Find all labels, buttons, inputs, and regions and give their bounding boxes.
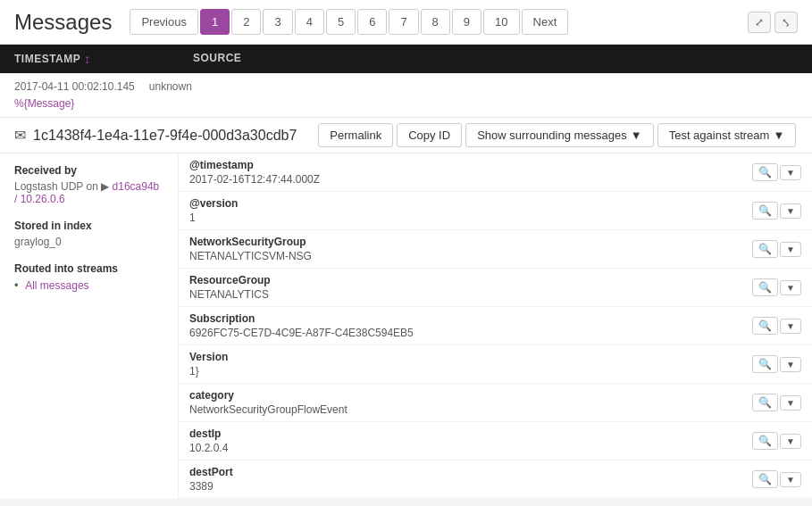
- field-value: 1: [189, 212, 745, 224]
- magnify-icon: 🔍: [758, 243, 772, 255]
- col-timestamp-header: Timestamp ↕: [14, 52, 193, 66]
- field-row: Subscription 6926FC75-CE7D-4C9E-A87F-C4E…: [179, 307, 812, 345]
- magnify-icon: 🔍: [758, 281, 772, 294]
- field-value: 6926FC75-CE7D-4C9E-A87F-C4E38C594EB5: [189, 327, 745, 339]
- magnify-icon: 🔍: [758, 473, 772, 485]
- contract-icon[interactable]: ⤣: [774, 12, 798, 33]
- field-name: category: [189, 389, 745, 402]
- stream-link[interactable]: All messages: [25, 279, 88, 292]
- pagination-page-2[interactable]: 2: [231, 9, 261, 35]
- sort-icon[interactable]: ↕: [84, 52, 91, 66]
- field-value: 1}: [189, 365, 745, 377]
- field-name: ResourceGroup: [189, 274, 745, 286]
- pagination-page-6[interactable]: 6: [357, 9, 387, 35]
- test-stream-chevron-icon: ▼: [773, 129, 784, 142]
- field-magnify-button[interactable]: 🔍: [752, 317, 778, 335]
- chevron-down-icon: ▼: [786, 168, 795, 178]
- col-source-header: source: [193, 52, 798, 66]
- field-content: destPort 3389: [189, 466, 745, 493]
- stored-value: graylog_0: [14, 236, 163, 248]
- bullet-icon: •: [14, 278, 19, 292]
- field-dropdown-button[interactable]: ▼: [780, 319, 801, 334]
- received-by-title: Received by: [14, 164, 163, 177]
- logstash-icon: ▶: [101, 180, 109, 193]
- field-actions: 🔍 ▼: [752, 159, 801, 186]
- chevron-down-icon: ▼: [786, 398, 795, 408]
- field-dropdown-button[interactable]: ▼: [780, 203, 801, 219]
- field-content: ResourceGroup NETANALYTICS: [189, 274, 745, 301]
- message-link[interactable]: %{Message}: [14, 97, 74, 110]
- magnify-icon: 🔍: [758, 204, 772, 217]
- detail-right: @timestamp 2017-02-16T12:47:44.000Z 🔍 ▼ …: [179, 153, 812, 499]
- test-stream-button[interactable]: Test against stream ▼: [657, 123, 797, 147]
- pagination-page-9[interactable]: 9: [452, 9, 481, 35]
- pagination-page-4[interactable]: 4: [295, 9, 324, 35]
- field-dropdown-button[interactable]: ▼: [780, 242, 801, 257]
- chevron-down-icon: ▼: [786, 206, 795, 216]
- pagination: Previous 1 2 3 4 5 6 7 8 9 10 Next: [130, 9, 568, 35]
- field-name: NetworkSecurityGroup: [189, 236, 745, 248]
- detail-left: Received by Logstash UDP on ▶ d16ca94b /…: [0, 153, 179, 499]
- surrounding-label: Show surrounding messages: [477, 129, 627, 142]
- pagination-page-5[interactable]: 5: [326, 9, 356, 35]
- magnify-icon: 🔍: [758, 166, 772, 178]
- field-dropdown-button[interactable]: ▼: [780, 434, 801, 449]
- stream-item: • All messages: [14, 278, 163, 292]
- pagination-page-8[interactable]: 8: [421, 9, 450, 35]
- field-name: @version: [189, 197, 745, 210]
- pagination-page-1[interactable]: 1: [200, 9, 230, 35]
- field-content: destIp 10.2.0.4: [189, 427, 745, 454]
- field-dropdown-button[interactable]: ▼: [780, 395, 801, 411]
- field-magnify-button[interactable]: 🔍: [752, 163, 778, 181]
- field-content: @timestamp 2017-02-16T12:47:44.000Z: [189, 159, 745, 186]
- field-content: Subscription 6926FC75-CE7D-4C9E-A87F-C4E…: [189, 312, 745, 339]
- field-dropdown-button[interactable]: ▼: [780, 357, 801, 372]
- field-actions: 🔍 ▼: [752, 236, 801, 262]
- field-magnify-button[interactable]: 🔍: [752, 355, 778, 373]
- field-magnify-button[interactable]: 🔍: [752, 240, 778, 258]
- field-magnify-button[interactable]: 🔍: [752, 470, 778, 488]
- chevron-down-icon: ▼: [786, 245, 795, 254]
- field-dropdown-button[interactable]: ▼: [780, 165, 801, 180]
- permalink-button[interactable]: Permalink: [318, 123, 393, 147]
- envelope-icon: ✉: [14, 127, 26, 144]
- received-by-value: Logstash UDP on ▶ d16ca94b / 10.26.0.6: [14, 180, 163, 205]
- pagination-previous[interactable]: Previous: [130, 9, 198, 35]
- field-dropdown-button[interactable]: ▼: [780, 280, 801, 295]
- window-controls: ⤢ ⤣: [748, 12, 798, 33]
- field-magnify-button[interactable]: 🔍: [752, 278, 778, 296]
- test-stream-label: Test against stream: [669, 129, 770, 142]
- field-row: destIp 10.2.0.4 🔍 ▼: [179, 422, 812, 460]
- expand-icon[interactable]: ⤢: [748, 12, 771, 33]
- field-name: destIp: [189, 427, 745, 440]
- field-content: Version 1}: [189, 351, 745, 377]
- pagination-page-3[interactable]: 3: [263, 9, 292, 35]
- message-row: 2017-04-11 00:02:10.145 unknown %{Messag…: [0, 73, 812, 118]
- field-magnify-button[interactable]: 🔍: [752, 202, 778, 220]
- field-value: 10.2.0.4: [189, 442, 745, 454]
- pagination-next[interactable]: Next: [522, 9, 569, 35]
- field-magnify-button[interactable]: 🔍: [752, 394, 778, 411]
- chevron-down-icon: ▼: [786, 283, 795, 293]
- field-row: @timestamp 2017-02-16T12:47:44.000Z 🔍 ▼: [179, 153, 812, 192]
- streams-section: Routed into streams • All messages: [14, 262, 163, 292]
- field-actions: 🔍 ▼: [752, 312, 801, 339]
- surrounding-messages-button[interactable]: Show surrounding messages ▼: [465, 123, 654, 147]
- field-name: destPort: [189, 466, 745, 478]
- chevron-down-icon: ▼: [786, 436, 795, 446]
- message-meta: 2017-04-11 00:02:10.145 unknown: [14, 80, 798, 93]
- chevron-down-icon: ▼: [786, 475, 795, 485]
- field-name: Subscription: [189, 312, 745, 325]
- field-actions: 🔍 ▼: [752, 197, 801, 224]
- field-dropdown-button[interactable]: ▼: [780, 472, 801, 487]
- field-row: destPort 3389 🔍 ▼: [179, 460, 812, 499]
- pagination-page-7[interactable]: 7: [389, 9, 418, 35]
- pagination-page-10[interactable]: 10: [483, 9, 519, 35]
- magnify-icon: 🔍: [758, 319, 772, 332]
- field-magnify-button[interactable]: 🔍: [752, 432, 778, 450]
- stored-title: Stored in index: [14, 220, 163, 232]
- field-value: NetworkSecurityGroupFlowEvent: [189, 403, 745, 416]
- message-actions: Permalink Copy ID Show surrounding messa…: [318, 123, 796, 147]
- field-actions: 🔍 ▼: [752, 351, 801, 377]
- copy-id-button[interactable]: Copy ID: [397, 123, 462, 147]
